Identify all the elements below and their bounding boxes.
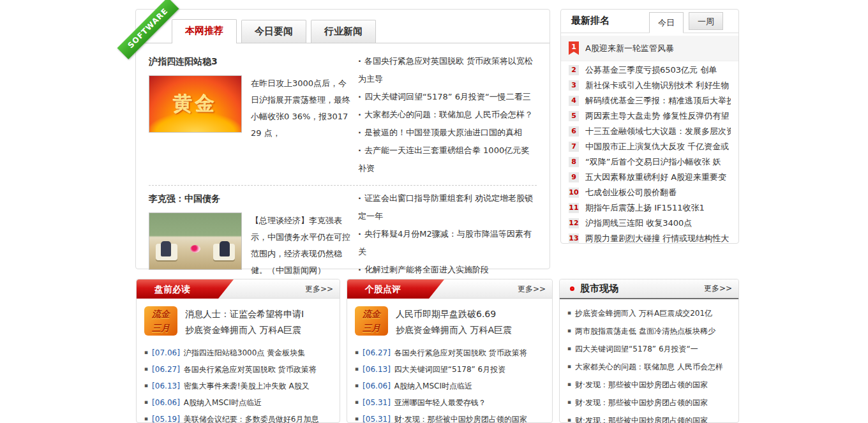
news-date: [05.31] — [363, 398, 391, 407]
meeting-figure-left — [161, 241, 171, 256]
ranking-item[interactable]: 1 A股迎来新一轮监管风暴 — [561, 36, 738, 61]
dated-news-link[interactable]: [06.13]四大关键词回望“5178” 6月投资 — [355, 361, 546, 378]
dated-news-link[interactable]: [05.19]美联储会议纪要：多数委员做好6月加息 — [144, 411, 333, 423]
news-link[interactable]: 证监会出窗口指导防重组套利 劝说定增老股锁定一年 — [358, 189, 537, 225]
rank-badge: 13 — [569, 234, 579, 244]
news-link[interactable]: 央行释疑4月份M2骤减：与股市降温等因素有关 — [358, 225, 537, 261]
story-summary[interactable]: 在昨日攻上3000点后，今日沪指展开震荡整理，最终小幅收张0 36%，报3017… — [251, 75, 354, 142]
news-text: A股纳入MSCI时点临近 — [394, 382, 472, 390]
ranking-item[interactable]: 11 期指午后震荡上扬 IF1511收张1 — [561, 200, 738, 216]
live-news-list: 抄底资金蜂拥而入 万科A巨震成交201亿 两市股指震荡走低 盘面冷清热点板块稀少… — [560, 299, 738, 423]
ranking-item-text: 十三五金融领域七大议题：发展多层次资 — [585, 126, 731, 137]
gold-image-text: 黄金 — [174, 91, 217, 117]
story-image-gold[interactable]: 黄金 — [149, 75, 242, 133]
ranking-item[interactable]: 10 七成创业板公司股价翻番 — [561, 185, 738, 200]
ranking-item-text: “双降”后首个交易日沪指小幅收张 妖 — [585, 156, 721, 168]
featured-story[interactable]: 流金 三月 人民币即期早盘跌破6.69 抄底资金蜂拥而入 万科A巨震 — [347, 299, 552, 342]
meeting-figure-right — [220, 241, 230, 256]
ranking-item[interactable]: 7 中国股市正上演复仇大反攻 千亿资金或 — [561, 139, 738, 154]
featured-line2[interactable]: 抄底资金蜂拥而入 万科A巨震 — [185, 322, 304, 338]
featured-line1[interactable]: 消息人士：证监会希望将申请I — [185, 306, 304, 322]
ranking-item-text: A股迎来新一轮监管风暴 — [585, 43, 674, 54]
featured-line1[interactable]: 人民币即期早盘跌破6.69 — [396, 306, 512, 322]
story-image-meeting[interactable] — [149, 212, 242, 270]
dated-news-link[interactable]: [06.27]各国央行紧急应对英国脱欧 货币政策将 — [355, 345, 546, 361]
news-link[interactable]: 去产能一天连出三套重磅组合拳 1000亿元奖补资 — [358, 142, 537, 177]
news-link[interactable]: 四大关键词回望“5178” 6月投资“一 — [567, 340, 732, 358]
news-link[interactable]: 财·发现：那些被中国炒房团占领的国家 — [567, 376, 732, 394]
dated-news-link[interactable]: [05.31]亚洲哪国年轻人最爱存钱？ — [355, 394, 546, 411]
rank-badge: 10 — [569, 188, 579, 198]
news-link[interactable]: 四大关键词回望“5178” 6月投资“一慢二看三 — [358, 88, 537, 106]
dated-news-link[interactable]: [05.31]财·发现：那些被中国炒房团占领的国家 — [355, 411, 546, 423]
ranking-item[interactable]: 5 两因素主导大盘走势 修复性反弹仍有望 — [561, 108, 738, 124]
dated-news-link[interactable]: [06.06]A股纳入MSCI时点临近 — [144, 394, 333, 411]
news-text: 四大关键词回望“5178” 6月投资 — [394, 365, 505, 374]
news-link[interactable]: 大家都关心的问题：联储加息 人民币会怎样？ — [358, 106, 537, 124]
tab-site-recommend[interactable]: 本网推荐 — [172, 19, 237, 43]
ranking-item[interactable]: 12 沪指周线三连阳 收复3400点 — [561, 216, 738, 231]
featured-line2[interactable]: 抄底资金蜂拥而入 万科A巨震 — [396, 322, 512, 338]
news-link[interactable]: 两市股指震荡走低 盘面冷清热点板块稀少 — [567, 322, 732, 340]
main-tabbar: 本网推荐 今日要闻 行业新闻 — [136, 10, 550, 43]
panel-title-flag: 个股点评 — [347, 279, 444, 299]
dated-news-link[interactable]: [07.06]沪指四连阳站稳3000点 黄金板块集 — [144, 345, 333, 361]
ranking-item-text: 新社保卡或引入生物识别技术 利好生物 — [585, 80, 729, 91]
tab-industry-news[interactable]: 行业新闻 — [311, 20, 376, 43]
ranking-item[interactable]: 13 两股力量剧烈大碰撞 行情或现结构性大 — [561, 231, 738, 246]
red-ring-icon — [570, 286, 574, 291]
ranking-item-text: 两因素主导大盘走势 修复性反弹仍有望 — [585, 110, 729, 122]
meeting-flowers — [190, 245, 200, 253]
news-date: [07.06] — [152, 348, 180, 357]
news-date: [06.27] — [363, 348, 391, 357]
tab-today-headlines[interactable]: 今日要闻 — [241, 20, 306, 43]
rank-badge: 2 — [569, 65, 579, 75]
story-title[interactable]: 李克强：中国债务 — [149, 193, 354, 205]
ranking-tab-week[interactable]: 一周 — [689, 12, 723, 30]
live-title: 股市现场 — [580, 283, 704, 295]
more-link[interactable]: 更多>> — [305, 279, 333, 299]
news-link[interactable]: 大家都关心的问题：联储加息 人民币会怎样 — [567, 358, 732, 376]
story-summary[interactable]: 【总理谈经济】李克强表示，中国债务水平仍在可控范围内，经济表现仍然稳健。（中国新… — [251, 212, 354, 279]
dated-news-link[interactable]: [06.13]密集大事件来袭!美股上冲失败 A股又 — [144, 378, 333, 394]
main-news-panel: 本网推荐 今日要闻 行业新闻 沪指四连阳站稳3 黄金 在昨日攻上3000点后，今… — [135, 9, 550, 269]
panel-header: 个股点评 更多>> — [347, 279, 552, 299]
story-title[interactable]: 沪指四连阳站稳3 — [149, 56, 354, 68]
news-date: [06.13] — [363, 365, 391, 374]
dashed-separator — [149, 185, 537, 186]
featured-story[interactable]: 流金 三月 消息人士：证监会希望将申请I 抄底资金蜂拥而入 万科A巨震 — [137, 299, 340, 342]
news-text: 各国央行紧急应对英国脱欧 货币政策将 — [184, 365, 317, 374]
ranking-tab-today[interactable]: 今日 — [649, 12, 684, 33]
ranking-item[interactable]: 3 新社保卡或引入生物识别技术 利好生物 — [561, 78, 738, 93]
ranking-item[interactable]: 4 解码绩优基金三季报：精准逃顶后大举抄 — [561, 93, 738, 108]
news-link[interactable]: 是被逼的！中国登顶最大原油进口国的真相 — [358, 124, 537, 142]
ranking-item-text: 沪指周线三连阳 收复3400点 — [585, 218, 692, 229]
ranking-item[interactable]: 8 “双降”后首个交易日沪指小幅收张 妖 — [561, 154, 738, 170]
panel-header: 盘前必读 更多>> — [137, 279, 340, 299]
ranking-item[interactable]: 6 十三五金融领域七大议题：发展多层次资 — [561, 124, 738, 139]
ranking-item[interactable]: 2 公募基金三季度亏损6503亿元 创单 — [561, 63, 738, 78]
news-link[interactable]: 化解过剩产能将全面进入实施阶段 — [358, 261, 537, 279]
ranking-item-text: 五大因素释放重磅利好 A股迎来重要变 — [585, 172, 726, 183]
dated-news-link[interactable]: [06.27]各国央行紧急应对英国脱欧 货币政策将 — [144, 361, 333, 378]
news-text: 财·发现：那些被中国炒房团占领的国家 — [394, 415, 527, 423]
news-link[interactable]: 抄底资金蜂拥而入 万科A巨震成交201亿 — [567, 304, 732, 322]
ranking-list: 1 A股迎来新一轮监管风暴 2 公募基金三季度亏损6503亿元 创单 3 新社保… — [561, 33, 738, 246]
ranking-item-text: 中国股市正上演复仇大反攻 千亿资金或 — [585, 141, 729, 152]
ranking-item-text: 两股力量剧烈大碰撞 行情或现结构性大 — [585, 233, 729, 244]
more-link[interactable]: 更多>> — [518, 279, 546, 299]
panel-premarket: 盘前必读 更多>> 流金 三月 消息人士：证监会希望将申请I 抄底资金蜂拥而入 … — [136, 279, 340, 423]
more-link[interactable]: 更多>> — [704, 283, 732, 294]
liujin-sanyue-icon: 流金 三月 — [355, 306, 388, 336]
ranking-item[interactable]: 9 五大因素释放重磅利好 A股迎来重要变 — [561, 170, 738, 185]
news-text: 美联储会议纪要：多数委员做好6月加息 — [184, 415, 319, 423]
news-link[interactable]: 财·发现：那些被中国炒房团占领的国家 — [567, 412, 732, 423]
news-link[interactable]: 各国央行紧急应对英国脱欧 货币政策将以宽松为主导 — [358, 52, 537, 88]
icon-text-line2: 三月 — [355, 321, 388, 335]
ranking-item-text: 期指午后震荡上扬 IF1511收张1 — [585, 202, 705, 214]
story-1: 沪指四连阳站稳3 黄金 在昨日攻上3000点后，今日沪指展开震荡整理，最终小幅收… — [149, 51, 537, 177]
dated-news-link[interactable]: [06.06]A股纳入MSCI时点临近 — [355, 378, 546, 394]
panel-market-live: 股市现场 更多>> 抄底资金蜂拥而入 万科A巨震成交201亿 两市股指震荡走低 … — [559, 279, 739, 423]
news-link[interactable]: 财·发现：那些被中国炒房团占领的国家 — [567, 394, 732, 412]
ranking-header: 最新排名 今日 一周 — [561, 10, 738, 33]
